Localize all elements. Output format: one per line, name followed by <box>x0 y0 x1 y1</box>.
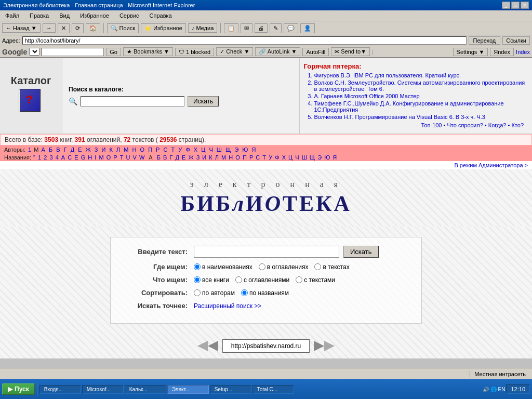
author-letter-e[interactable]: Е <box>78 147 82 153</box>
sort-authors-option[interactable]: по авторам <box>194 289 235 297</box>
where-names-option[interactable]: в наименованиях <box>194 263 252 271</box>
links-button[interactable]: Ссылки <box>502 36 530 45</box>
menu-file[interactable]: Файл <box>2 11 22 20</box>
name-letter-3[interactable]: 3 <box>49 154 52 161</box>
top100-link[interactable]: Топ-100 <box>421 122 442 128</box>
name-letter-W[interactable]: W <box>139 154 144 161</box>
author-letter-z[interactable]: З <box>95 147 98 153</box>
settings-btn[interactable]: Settings ▼ <box>453 48 488 56</box>
name-letter-C[interactable]: C <box>68 154 72 161</box>
name-cyr-zh[interactable]: Ж <box>188 154 193 161</box>
author-letter-s[interactable]: С <box>164 147 168 153</box>
author-letter-d[interactable]: Д <box>71 147 74 153</box>
back-button[interactable]: ← Назад ▼ <box>2 23 41 33</box>
name-cyr-b[interactable]: Б <box>157 154 161 161</box>
author-letter-kh[interactable]: Х <box>194 147 197 153</box>
where-names-radio[interactable] <box>194 263 201 270</box>
refresh-button[interactable]: ⟳ <box>72 23 84 33</box>
index-link[interactable]: Index <box>516 49 530 55</box>
author-letter-t[interactable]: Т <box>171 147 175 153</box>
author-letter-k[interactable]: К <box>110 147 113 153</box>
home-button[interactable]: 🏠 <box>86 23 100 33</box>
author-letter-o[interactable]: О <box>140 147 145 153</box>
author-letter-f[interactable]: Ф <box>185 147 190 153</box>
name-letter-V[interactable]: V <box>133 154 137 161</box>
main-search-btn[interactable]: Искать <box>343 246 379 258</box>
what-contents-radio[interactable] <box>235 276 242 283</box>
name-cyr-z[interactable]: З <box>196 154 200 161</box>
name-letter-P[interactable]: P <box>113 154 117 161</box>
what-allbooks-option[interactable]: все книги <box>194 276 229 284</box>
admin-mode-link[interactable]: В режим Администратора > <box>454 162 528 168</box>
taskbar-item-5[interactable]: Total C... <box>252 385 294 394</box>
name-cyr-t[interactable]: Т <box>262 154 266 161</box>
author-letter-v[interactable]: В <box>56 147 60 153</box>
hot-item-2[interactable]: Волков С.Н. Землеустройство. Системы авт… <box>314 79 528 92</box>
name-cyr-ya[interactable]: Я <box>332 154 337 161</box>
author-letter-sh[interactable]: Ш <box>217 147 222 153</box>
name-cyr-p[interactable]: П <box>243 154 247 161</box>
print-button[interactable]: 🖨 <box>255 23 268 33</box>
name-letter-G[interactable]: G <box>81 154 86 161</box>
where-texts-radio[interactable] <box>314 263 321 270</box>
author-letter-ch[interactable]: Ч <box>209 147 212 153</box>
hot-item-5[interactable]: Волченков Н.Г. Программирование на Visua… <box>314 114 528 120</box>
menu-help[interactable]: Справка <box>147 11 175 20</box>
go-button[interactable]: Переход <box>469 36 501 45</box>
catalog-search-btn[interactable]: Искать <box>188 96 219 107</box>
name-letter-2[interactable]: 2 <box>44 154 47 161</box>
name-letter-I[interactable]: I <box>95 154 96 161</box>
name-cyr-shch[interactable]: Щ <box>310 154 315 161</box>
when-link[interactable]: Когда? <box>488 122 507 128</box>
author-letter-shch[interactable]: Щ <box>225 147 231 153</box>
name-cyr-e[interactable]: Е <box>182 154 185 161</box>
author-letter-yu[interactable]: Ю <box>242 147 248 153</box>
main-search-input[interactable] <box>194 246 339 258</box>
taskbar-item-0[interactable]: Входя... <box>39 385 81 394</box>
where-texts-option[interactable]: в текстах <box>314 263 349 271</box>
what-contents-option[interactable]: с оглавлениями <box>235 276 289 284</box>
address-input[interactable] <box>22 36 467 45</box>
author-letter-a[interactable]: А <box>42 147 45 153</box>
menu-view[interactable]: Вид <box>56 11 73 20</box>
author-letter-g[interactable]: Г <box>64 147 67 153</box>
name-letter-quot[interactable]: " <box>33 154 35 161</box>
who-link[interactable]: Кто? <box>511 122 524 128</box>
catalog-search-input[interactable] <box>81 96 184 107</box>
author-letter-u[interactable]: У <box>178 147 182 153</box>
author-letter-zh[interactable]: Ж <box>86 147 91 153</box>
taskbar-item-1[interactable]: Microsof... <box>82 385 124 394</box>
who-asked-link[interactable]: Что спросил? <box>447 122 483 128</box>
name-cyr-d[interactable]: Д <box>175 154 179 161</box>
check-btn[interactable]: ✓ Check ▼ <box>216 47 253 56</box>
name-cyr-ts[interactable]: Ц <box>288 154 292 161</box>
start-button[interactable]: ▶ Пуск <box>2 383 35 395</box>
hot-item-1[interactable]: Фигурнов В.Э. IBM PC для пользователя. К… <box>314 72 528 78</box>
name-cyr-s[interactable]: С <box>256 154 260 161</box>
google-search-input[interactable] <box>42 48 104 56</box>
name-cyr-o[interactable]: О <box>235 154 240 161</box>
name-cyr-r[interactable]: Р <box>249 154 253 161</box>
name-cyr-ch[interactable]: Ч <box>295 154 299 161</box>
name-letter-1[interactable]: 1 <box>38 154 41 161</box>
where-contents-radio[interactable] <box>259 263 265 270</box>
hot-item-4[interactable]: Тимофеев Г.С.,Шумейко Д.А. Конфигурирова… <box>314 100 528 113</box>
maximize-btn[interactable]: □ <box>511 2 520 9</box>
author-letter-p[interactable]: П <box>148 147 152 153</box>
taskbar-item-4[interactable]: Setup ... <box>210 385 251 394</box>
name-cyr-i[interactable]: И <box>202 154 206 161</box>
name-cyr-u[interactable]: У <box>269 154 272 161</box>
sort-names-option[interactable]: по названиям <box>241 289 289 297</box>
name-letter-U[interactable]: U <box>126 154 130 161</box>
taskbar-item-2[interactable]: Кальк... <box>125 385 166 394</box>
bookmarks-btn[interactable]: ★ Bookmarks ▼ <box>123 47 173 56</box>
media-button[interactable]: ♪ Медиа <box>188 23 217 33</box>
autolink-btn[interactable]: 🔗 AutoLink ▼ <box>255 47 300 56</box>
author-letter-r[interactable]: Р <box>156 147 159 153</box>
author-letter-l[interactable]: Л <box>116 147 120 153</box>
author-letter-n[interactable]: Н <box>132 147 137 153</box>
menu-tools[interactable]: Сервис <box>116 11 142 20</box>
mail-button[interactable]: ✉ <box>241 23 252 33</box>
sort-names-radio[interactable] <box>241 289 248 296</box>
favorites-button[interactable]: ⭐ Избранное <box>141 23 186 33</box>
